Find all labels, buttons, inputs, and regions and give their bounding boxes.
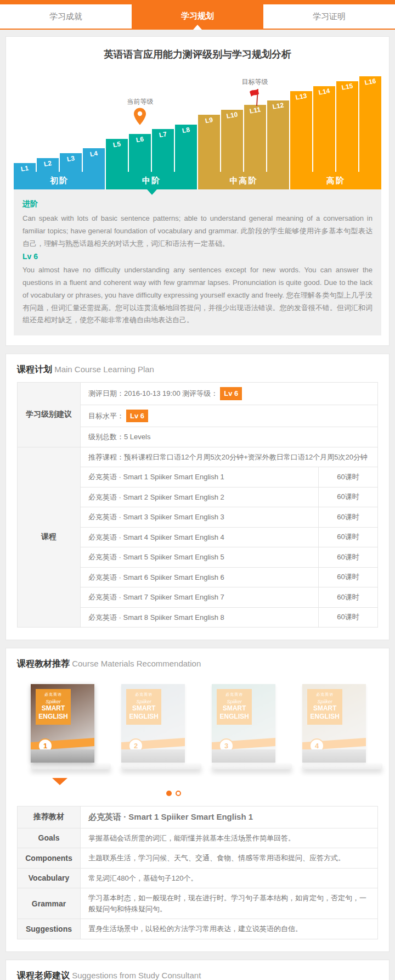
detail-rows: 必克英语 · Smart 1 Spiiker Smart English 1 xyxy=(81,807,377,828)
row-text: 必克英语 · Smart 7 Spiiker Smart English 7 xyxy=(81,587,318,607)
book-shelf xyxy=(212,763,292,769)
detail-label: Vocabulary xyxy=(18,869,81,888)
detail-value: 必克英语 · Smart 1 Spiiker Smart English 1 xyxy=(81,807,377,828)
tab-learning-certificate[interactable]: 学习证明 xyxy=(263,0,395,29)
row-hours: 60课时 xyxy=(318,467,377,487)
row-hours: 60课时 xyxy=(318,568,377,587)
book-t1: SMART xyxy=(126,704,161,713)
book-cover-2[interactable]: 必克英语SpiikerSMARTENGLISH2 xyxy=(121,684,185,763)
level-badge: Lv 6 xyxy=(220,387,242,400)
row-text: 必克英语 · Smart 3 Spiiker Smart English 3 xyxy=(81,507,318,527)
band-中阶: 中阶 xyxy=(106,172,197,189)
table-row: 必克英语 · Smart 2 Spiiker Smart English 260… xyxy=(81,487,377,507)
detail-label: 推荐教材 xyxy=(18,807,81,828)
row-text: 必克英语 · Smart 8 Spiiker Smart English 8 xyxy=(81,608,318,628)
bar-label-l3: L3 xyxy=(59,153,82,165)
book-shelf xyxy=(121,763,201,769)
detail-value: 学习基本时态，如一般现在时，现在进行时。学习句子基本结构，如肯定句，否定句，一般… xyxy=(81,888,377,919)
row-group-rows: 推荐课程：预科课程日常口语12个月周5次20分钟+资深外教日常口语12个月周5次… xyxy=(81,447,377,628)
consultant-heading-en: Suggestions from Study Consultant xyxy=(70,971,201,980)
course-plan-heading: 课程计划 Main Course Learning Plan xyxy=(6,354,389,382)
carousel-dot-inactive[interactable] xyxy=(176,791,181,796)
book-series: Spiiker xyxy=(36,699,71,704)
bar-label-l5: L5 xyxy=(105,139,128,150)
book-badge: 必克英语SpiikerSMARTENGLISH xyxy=(126,689,161,725)
band-初阶: 初阶 xyxy=(14,172,105,189)
row-text: 级别总数：5 Levels xyxy=(81,427,377,447)
bar-label-l8: L8 xyxy=(174,125,198,136)
book-t2: ENGLISH xyxy=(126,713,161,721)
book-bottom-strip xyxy=(212,749,275,763)
book-bottom-strip xyxy=(121,749,185,763)
detail-value: 置身生活场景中，以轻松的方法学习常用表达，建立说英语的自信。 xyxy=(81,919,377,939)
level-bar-l4: L4 xyxy=(83,64,105,172)
book-t1: SMART xyxy=(36,704,71,713)
detail-rows: 置身生活场景中，以轻松的方法学习常用表达，建立说英语的自信。 xyxy=(81,919,377,939)
tab-learning-achievement[interactable]: 学习成就 xyxy=(0,0,132,29)
bar-l1: L1 xyxy=(14,163,36,172)
book-t1: SMART xyxy=(217,704,252,713)
book-badge: 必克英语SpiikerSMARTENGLISH xyxy=(307,689,342,725)
bar-l16: L16 xyxy=(359,76,381,172)
book-cover-1[interactable]: 必克英语SpiikerSMARTENGLISH1 xyxy=(31,684,94,763)
bar-label-l10: L10 xyxy=(221,110,244,121)
row-text: 目标水平：Lv 6 xyxy=(81,405,377,427)
detail-group: Components主题联系生活，学习问候、天气、交通、食物、情感等常用语和提问… xyxy=(18,848,377,868)
table-row: 必克英语 · Smart 5 Spiiker Smart English 560… xyxy=(81,547,377,567)
red-flag-icon xyxy=(246,88,264,107)
book-bottom-strip xyxy=(31,749,94,763)
bar-l10: L10 xyxy=(221,110,243,172)
book-badge: 必克英语SpiikerSMARTENGLISH xyxy=(217,689,252,725)
bar-l8: L8 xyxy=(175,125,197,172)
table-row: 必克英语 · Smart 3 Spiiker Smart English 360… xyxy=(81,507,377,527)
level-bar-l3: L3 xyxy=(60,64,82,172)
book-cover-3[interactable]: 必克英语SpiikerSMARTENGLISH3 xyxy=(212,684,275,763)
level-badge: Lv 6 xyxy=(126,410,148,423)
detail-row: 掌握基础会话所需的词汇，能听懂并就基本生活场景作简单回答。 xyxy=(81,828,377,848)
stage-label: 进阶 xyxy=(22,199,373,209)
book-badge: 必克英语SpiikerSMARTENGLISH xyxy=(36,689,71,725)
bar-l6: L6 xyxy=(129,134,151,172)
bar-label-l6: L6 xyxy=(128,134,151,145)
bar-l3: L3 xyxy=(60,153,82,172)
current-lv-description: You almost have no difficulty understand… xyxy=(22,264,373,327)
level-description-block: 进阶 Can speak with lots of basic sentence… xyxy=(14,189,381,335)
detail-group: Grammar学习基本时态，如一般现在时，现在进行时。学习句子基本结构，如肯定句… xyxy=(18,888,377,919)
bar-label-l9: L9 xyxy=(198,115,221,126)
materials-heading-zh: 课程教材推荐 xyxy=(17,659,70,668)
row-hours: 60课时 xyxy=(318,587,377,607)
tab-learning-plan[interactable]: 学习规划 xyxy=(132,0,263,29)
bar-label-l4: L4 xyxy=(82,148,105,160)
book-carousel: 必克英语SpiikerSMARTENGLISH1必克英语SpiikerSMART… xyxy=(6,676,389,769)
table-row: 必克英语 · Smart 8 Spiiker Smart English 860… xyxy=(81,607,377,628)
assessment-card: 英语语言应用能力测评级别与学习规划分析 L1L2L3L4L5L6L7L8L9L1… xyxy=(5,36,390,346)
table-row: 必克英语 · Smart 4 Spiiker Smart English 460… xyxy=(81,527,377,547)
bar-label-l7: L7 xyxy=(151,129,174,141)
detail-label: Suggestions xyxy=(18,919,81,939)
row-group-header: 课程 xyxy=(18,447,81,628)
book-brand: 必克英语 xyxy=(307,692,342,697)
table-row: 测评日期：2016-10-13 19:00 测评等级：Lv 6 xyxy=(81,383,377,405)
level-bar-l8: L8 xyxy=(175,64,197,172)
row-hours: 60课时 xyxy=(318,507,377,527)
book-series: Spiiker xyxy=(126,699,161,704)
carousel-pagination xyxy=(166,791,389,796)
consultant-heading: 课程老师建议 Suggestions from Study Consultant xyxy=(6,960,389,980)
book-bottom-strip xyxy=(302,749,366,763)
band-高阶: 高阶 xyxy=(290,172,381,189)
band-中高阶: 中高阶 xyxy=(198,172,289,189)
book-cover-4[interactable]: 必克英语SpiikerSMARTENGLISH4 xyxy=(302,684,366,763)
course-plan-table: 学习级别建议测评日期：2016-10-13 19:00 测评等级：Lv 6目标水… xyxy=(17,382,378,628)
level-bar-l9: L9 xyxy=(198,64,220,172)
table-row: 推荐课程：预科课程日常口语12个月周5次20分钟+资深外教日常口语12个月周5次… xyxy=(81,447,377,467)
detail-group: Goals掌握基础会话所需的词汇，能听懂并就基本生活场景作简单回答。 xyxy=(18,828,377,848)
row-text: 测评日期：2016-10-13 19:00 测评等级：Lv 6 xyxy=(81,383,377,405)
detail-value: 常见词汇480个，基础句子120个。 xyxy=(81,869,377,888)
detail-value: 掌握基础会话所需的词汇，能听懂并就基本生活场景作简单回答。 xyxy=(81,828,377,848)
top-tabbar: 学习成就 学习规划 学习证明 xyxy=(0,0,395,30)
detail-rows: 常见词汇480个，基础句子120个。 xyxy=(81,869,377,888)
row-group-header: 学习级别建议 xyxy=(18,383,81,447)
current-level-marker: 当前等级 xyxy=(118,97,162,125)
level-bands: 初阶中阶中高阶高阶 xyxy=(14,172,381,189)
carousel-dot-active[interactable] xyxy=(166,791,172,796)
